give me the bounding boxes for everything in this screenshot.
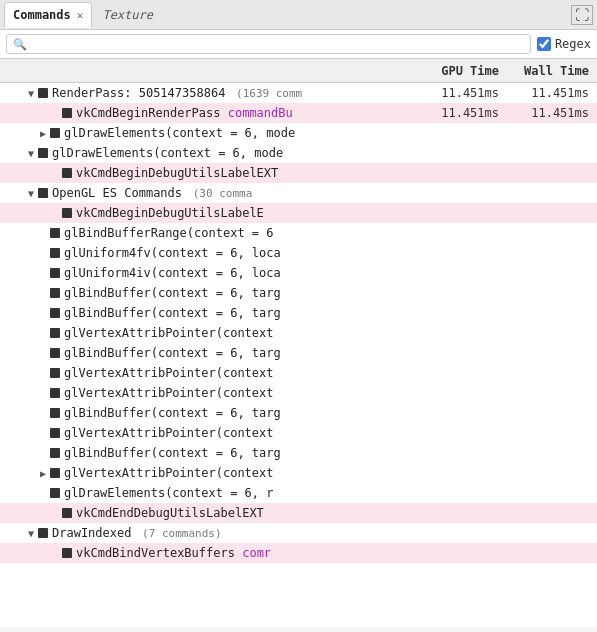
- row-name-glbindbuf4: glBindBuffer(context = 6, targ: [0, 346, 417, 360]
- row-icon: [62, 168, 72, 178]
- expand-arrow[interactable]: ▼: [24, 528, 38, 539]
- tree-row-opengl[interactable]: ▼OpenGL ES Commands (30 comma: [0, 183, 597, 203]
- row-name-vkcmdedl: vkCmdEndDebugUtilsLabelEXT: [0, 506, 417, 520]
- tree-row-glbindbuf4[interactable]: glBindBuffer(context = 6, targ: [0, 343, 597, 363]
- tree-row-drawindexed[interactable]: ▼DrawIndexed (7 commands): [0, 523, 597, 543]
- row-name-glvertex1: glVertexAttribPointer(context: [0, 326, 417, 340]
- col-wall-header: Wall Time: [507, 64, 597, 78]
- tree-row-glbindbuf5[interactable]: glBindBuffer(context = 6, targ: [0, 403, 597, 423]
- tree-row-vkcmdbdl[interactable]: vkCmdBeginDebugUtilsLabelEXT: [0, 163, 597, 183]
- row-icon: [50, 448, 60, 458]
- row-wall-time: 11.451ms: [507, 86, 597, 100]
- expand-arrow[interactable]: ▶: [36, 468, 50, 479]
- row-icon: [38, 528, 48, 538]
- tree-row-glvertex2[interactable]: glVertexAttribPointer(context: [0, 363, 597, 383]
- row-label: vkCmdBeginDebugUtilsLabelEXT: [76, 166, 278, 180]
- row-label: vkCmdBeginDebugUtilsLabelE: [76, 206, 264, 220]
- row-name-renderpass: ▼RenderPass: 505147358864 (1639 comm: [0, 86, 417, 100]
- row-icon: [50, 248, 60, 258]
- row-name-gldraw3: glDrawElements(context = 6, r: [0, 486, 417, 500]
- tree-row-vkcmdbvb[interactable]: vkCmdBindVertexBuffers comr: [0, 543, 597, 563]
- col-gpu-header: GPU Time: [417, 64, 507, 78]
- row-label: glDrawElements(context = 6, r: [64, 486, 274, 500]
- row-icon: [50, 288, 60, 298]
- row-label: glBindBuffer(context = 6, targ: [64, 406, 281, 420]
- tree-row-gldraw2[interactable]: ▼glDrawElements(context = 6, mode: [0, 143, 597, 163]
- tree-row-gldraw1[interactable]: ▶glDrawElements(context = 6, mode: [0, 123, 597, 143]
- tab-bar: Commands ✕ Texture ⛶: [0, 0, 597, 30]
- row-name-glbindbuf3: glBindBuffer(context = 6, targ: [0, 306, 417, 320]
- search-icon: 🔍: [13, 38, 27, 51]
- main-container: Commands ✕ Texture ⛶ 🔍 Regex GPU Time Wa…: [0, 0, 597, 627]
- row-name-vkcmdbvb: vkCmdBindVertexBuffers comr: [0, 546, 417, 560]
- expand-arrow[interactable]: ▼: [24, 148, 38, 159]
- row-label: vkCmdBindVertexBuffers comr: [76, 546, 271, 560]
- expand-arrow[interactable]: ▶: [36, 128, 50, 139]
- row-label: glBindBufferRange(context = 6: [64, 226, 274, 240]
- tree-row-glvertex5[interactable]: ▶glVertexAttribPointer(context: [0, 463, 597, 483]
- maximize-button[interactable]: ⛶: [571, 5, 593, 25]
- row-icon: [38, 148, 48, 158]
- tree-row-glunif4fv[interactable]: glUniform4fv(context = 6, loca: [0, 243, 597, 263]
- tree-row-glvertex3[interactable]: glVertexAttribPointer(context: [0, 383, 597, 403]
- row-label: glVertexAttribPointer(context: [64, 366, 274, 380]
- regex-label: Regex: [555, 37, 591, 51]
- search-bar: 🔍 Regex: [0, 30, 597, 59]
- row-icon: [50, 408, 60, 418]
- row-name-glbindbuf2: glBindBuffer(context = 6, targ: [0, 286, 417, 300]
- row-label: glBindBuffer(context = 6, targ: [64, 306, 281, 320]
- tree-row-gldraw3[interactable]: glDrawElements(context = 6, r: [0, 483, 597, 503]
- row-gpu-time: 11.451ms: [417, 86, 507, 100]
- row-label: glDrawElements(context = 6, mode: [64, 126, 295, 140]
- row-name-vkcmdbegr: vkCmdBeginRenderPass commandBu: [0, 106, 417, 120]
- row-icon: [62, 108, 72, 118]
- row-label: OpenGL ES Commands (30 comma: [52, 186, 252, 200]
- tree-row-vkcmdedl[interactable]: vkCmdEndDebugUtilsLabelEXT: [0, 503, 597, 523]
- row-label: glVertexAttribPointer(context: [64, 426, 274, 440]
- tree-row-glvertex1[interactable]: glVertexAttribPointer(context: [0, 323, 597, 343]
- tree-row-glbindbuf2[interactable]: glBindBuffer(context = 6, targ: [0, 283, 597, 303]
- tree-row-glbindbuf1[interactable]: glBindBufferRange(context = 6: [0, 223, 597, 243]
- row-label: DrawIndexed (7 commands): [52, 526, 222, 540]
- row-label: glBindBuffer(context = 6, targ: [64, 346, 281, 360]
- row-name-opengl: ▼OpenGL ES Commands (30 comma: [0, 186, 417, 200]
- tab-texture[interactable]: Texture: [94, 2, 161, 28]
- tree-row-renderpass[interactable]: ▼RenderPass: 505147358864 (1639 comm11.4…: [0, 83, 597, 103]
- expand-arrow[interactable]: ▼: [24, 88, 38, 99]
- regex-toggle[interactable]: Regex: [537, 37, 591, 51]
- row-name-glunif4fv: glUniform4fv(context = 6, loca: [0, 246, 417, 260]
- search-input[interactable]: [31, 37, 524, 51]
- tree-content[interactable]: ▼RenderPass: 505147358864 (1639 comm11.4…: [0, 83, 597, 627]
- row-icon: [50, 328, 60, 338]
- tree-row-glbindbuf3[interactable]: glBindBuffer(context = 6, targ: [0, 303, 597, 323]
- row-icon: [50, 428, 60, 438]
- row-name-drawindexed: ▼DrawIndexed (7 commands): [0, 526, 417, 540]
- row-name-vkcmdbdl2: vkCmdBeginDebugUtilsLabelE: [0, 206, 417, 220]
- row-name-glbindbuf5: glBindBuffer(context = 6, targ: [0, 406, 417, 420]
- row-label: glUniform4iv(context = 6, loca: [64, 266, 281, 280]
- tree-row-vkcmdbegr[interactable]: vkCmdBeginRenderPass commandBu11.451ms11…: [0, 103, 597, 123]
- tree-row-glvertex4[interactable]: glVertexAttribPointer(context: [0, 423, 597, 443]
- row-icon: [50, 268, 60, 278]
- tab-commands[interactable]: Commands ✕: [4, 2, 92, 28]
- regex-checkbox[interactable]: [537, 37, 551, 51]
- row-label: glVertexAttribPointer(context: [64, 326, 274, 340]
- row-gpu-time: 11.451ms: [417, 106, 507, 120]
- row-icon: [50, 468, 60, 478]
- tree-row-vkcmdbdl2[interactable]: vkCmdBeginDebugUtilsLabelE: [0, 203, 597, 223]
- row-icon: [38, 188, 48, 198]
- tree-row-glbindbuf6[interactable]: glBindBuffer(context = 6, targ: [0, 443, 597, 463]
- close-commands-tab[interactable]: ✕: [77, 9, 84, 22]
- row-icon: [62, 208, 72, 218]
- row-label: glVertexAttribPointer(context: [64, 466, 274, 480]
- row-icon: [50, 388, 60, 398]
- row-icon: [38, 88, 48, 98]
- row-icon: [50, 488, 60, 498]
- expand-arrow[interactable]: ▼: [24, 188, 38, 199]
- row-icon: [50, 228, 60, 238]
- row-icon: [50, 308, 60, 318]
- row-icon: [62, 508, 72, 518]
- row-name-glvertex2: glVertexAttribPointer(context: [0, 366, 417, 380]
- row-name-glvertex5: ▶glVertexAttribPointer(context: [0, 466, 417, 480]
- tree-row-glunif4iv[interactable]: glUniform4iv(context = 6, loca: [0, 263, 597, 283]
